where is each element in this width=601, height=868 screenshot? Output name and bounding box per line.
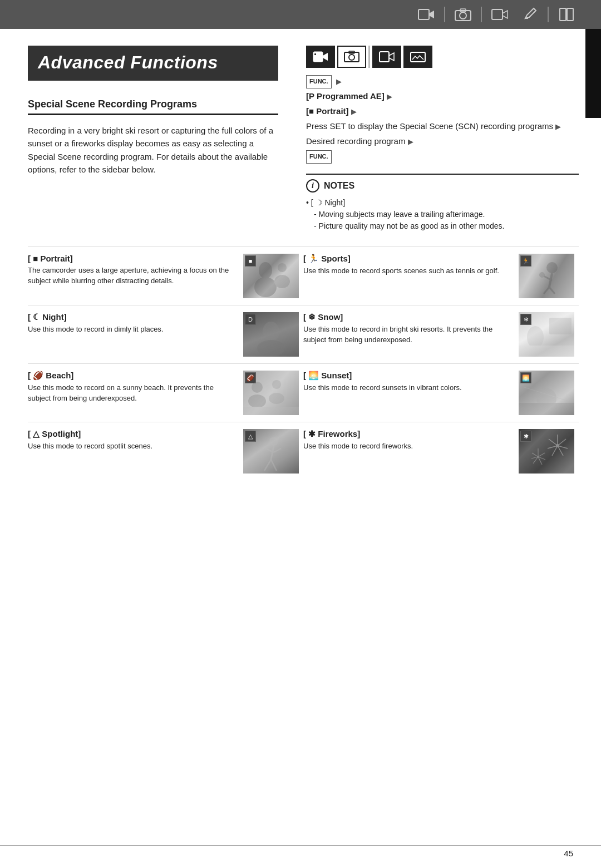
top-bar	[0, 0, 601, 29]
top-icon-edit	[518, 4, 542, 25]
right-column: FUNC. ▶ [P Programmed AE] ▶ [■ Portrait]…	[295, 46, 579, 235]
svg-rect-5	[492, 9, 503, 19]
scene-sports-title: [ 🏃 Sports]	[303, 254, 513, 264]
func-arrow: ▶	[336, 75, 342, 88]
top-icon-camera	[451, 4, 475, 25]
svg-point-22	[254, 277, 277, 297]
info-icon: i	[306, 179, 319, 193]
scene-portrait-text: [ ■ Portrait] The camcorder uses a large…	[28, 254, 238, 287]
scene-spotlight-title: [ △ Spotlight]	[28, 429, 238, 439]
scene-sunset-desc: Use this mode to record sunsets in vibra…	[303, 383, 513, 393]
svg-rect-33	[549, 318, 572, 334]
svg-point-24	[274, 275, 290, 288]
scene-item-snow: [ ❄ Snow] Use this mode to record in bri…	[303, 305, 579, 363]
scene-spotlight-thumb: △	[243, 429, 299, 474]
step-2-label: [■ Portrait]	[306, 106, 349, 116]
divider-1	[444, 7, 445, 22]
svg-point-30	[539, 272, 545, 278]
svg-point-39	[269, 393, 284, 404]
svg-marker-7	[525, 8, 536, 18]
playback-photo-btn[interactable]	[403, 46, 432, 68]
svg-point-16	[349, 55, 354, 60]
scene-item-portrait: [ ■ Portrait] The camcorder uses a large…	[28, 246, 303, 305]
notes-list: [ ☽ Night] Moving subjects may leave a t…	[306, 197, 579, 232]
scene-portrait-title: [ ■ Portrait]	[28, 254, 238, 263]
step-3-text: Press SET to display the Special Scene (…	[306, 121, 553, 131]
top-icon-video	[414, 4, 439, 25]
svg-point-36	[252, 382, 263, 393]
svg-point-44	[269, 437, 278, 446]
svg-point-32	[257, 340, 285, 357]
svg-point-31	[263, 322, 279, 342]
chapter-tab	[585, 29, 601, 118]
scene-sports-thumb: 🏃	[519, 254, 574, 298]
bottom-rule	[0, 845, 601, 846]
svg-line-65	[532, 453, 538, 457]
steps-section: FUNC. ▶ [P Programmed AE] ▶ [■ Portrait]…	[306, 73, 579, 164]
svg-rect-9	[560, 8, 566, 21]
playback-video-btn[interactable]	[372, 46, 401, 68]
note-item-1: [ ☽ Night] Moving subjects may leave a t…	[306, 197, 579, 232]
scene-snow-thumb: ❄	[519, 312, 574, 357]
svg-point-34	[527, 326, 544, 348]
step-1-arrow: ▶	[387, 90, 392, 103]
svg-rect-12	[313, 52, 323, 62]
scene-item-fireworks: [ ✱ Fireworks] Use this mode to record f…	[303, 422, 579, 480]
svg-point-3	[460, 12, 466, 19]
svg-marker-19	[389, 53, 394, 61]
svg-line-28	[549, 287, 555, 294]
scene-night-desc: Use this mode to record in dimly lit pla…	[28, 324, 238, 335]
divider-3	[548, 7, 549, 22]
step-2-text: [■ Portrait] ▶	[306, 106, 357, 116]
photo-mode-btn[interactable]	[337, 46, 366, 68]
step-1-text: [P Programmed AE] ▶	[306, 91, 392, 101]
svg-line-57	[549, 439, 558, 446]
mode-icons-row	[306, 46, 579, 68]
scene-spotlight-text: [ △ Spotlight] Use this mode to record s…	[28, 429, 238, 452]
scene-sports-text: [ 🏃 Sports] Use this mode to record spor…	[303, 254, 513, 277]
step-4-arrow: ▶	[408, 135, 413, 148]
scene-fireworks-thumb: ✱	[519, 429, 574, 474]
section-title: Special Scene Recording Programs	[28, 98, 278, 110]
top-icon-play	[487, 4, 512, 25]
title-box: Advanced Functions	[28, 46, 278, 81]
svg-line-60	[538, 453, 545, 457]
svg-rect-10	[567, 8, 573, 21]
notes-title: i NOTES	[306, 179, 579, 193]
scene-beach-text: [ 🏈 Beach] Use this mode to record on a …	[28, 371, 238, 404]
scene-snow-text: [ ❄ Snow] Use this mode to record in bri…	[303, 312, 513, 346]
top-icons	[414, 4, 579, 25]
svg-rect-20	[411, 52, 425, 62]
svg-line-47	[271, 460, 277, 471]
svg-rect-14	[314, 53, 316, 55]
scene-beach-desc: Use this mode to record on a sunny beach…	[28, 383, 238, 404]
video-mode-btn[interactable]	[306, 46, 335, 68]
divider-2	[481, 7, 482, 22]
notes-label: NOTES	[324, 181, 354, 191]
scene-beach-thumb: 🏈	[243, 371, 299, 415]
svg-line-27	[544, 287, 549, 294]
left-column: Advanced Functions Special Scene Recordi…	[28, 46, 295, 235]
page-number: 45	[564, 849, 573, 858]
svg-point-21	[259, 262, 272, 279]
scene-grid: [ ■ Portrait] The camcorder uses a large…	[28, 246, 579, 480]
scene-fireworks-desc: Use this mode to record fireworks.	[303, 441, 513, 452]
scene-night-title: [ ☾ Night]	[28, 312, 238, 322]
scene-beach-title: [ 🏈 Beach]	[28, 371, 238, 381]
svg-rect-18	[380, 52, 389, 62]
step-4-text: Desired recording program	[306, 136, 405, 146]
svg-point-25	[546, 262, 558, 273]
scene-item-beach: [ 🏈 Beach] Use this mode to record on a …	[28, 363, 303, 422]
top-icon-book	[554, 4, 579, 25]
main-content: Advanced Functions Special Scene Recordi…	[0, 29, 601, 246]
scene-snow-title: [ ❄ Snow]	[303, 312, 513, 322]
scene-sunset-thumb: 🌅	[519, 371, 574, 415]
page-title: Advanced Functions	[38, 52, 268, 73]
note-item-1-main: [ ☽ Night]	[311, 198, 345, 207]
svg-rect-35	[519, 346, 574, 357]
mode-divider	[368, 46, 370, 68]
svg-rect-42	[519, 403, 574, 415]
scene-fireworks-title: [ ✱ Fireworks]	[303, 429, 513, 439]
svg-line-52	[558, 439, 566, 446]
svg-rect-40	[243, 407, 299, 415]
